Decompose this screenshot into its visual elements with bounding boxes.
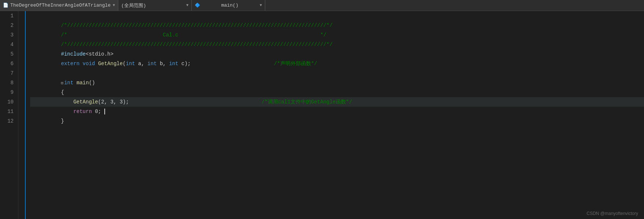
gutter-line-4 bbox=[18, 40, 25, 49]
gutter-line-1 bbox=[18, 11, 25, 21]
code-line-5: extern void GetAngle(int a, int b, int c… bbox=[30, 49, 644, 59]
line-num-8: 8 bbox=[3, 78, 14, 88]
scope-dropdown-arrow: ▼ bbox=[186, 3, 188, 7]
file-icon: 📄 bbox=[3, 3, 8, 8]
line-num-3: 3 bbox=[3, 30, 14, 40]
func-dropdown[interactable]: 🔷 main() ▼ bbox=[192, 0, 265, 11]
gutter-line-3 bbox=[18, 30, 25, 40]
code-line-12 bbox=[30, 116, 644, 126]
line-num-10: 10 bbox=[3, 97, 14, 107]
line-num-11: 11 bbox=[3, 107, 14, 116]
gutter-line-5 bbox=[18, 49, 25, 59]
toolbar: 📄 TheDegreeOfTheInnerAngleOfATriangle ▼ … bbox=[0, 0, 644, 11]
line-num-7: 7 bbox=[3, 68, 14, 78]
scope-dropdown[interactable]: (全局范围) ▼ bbox=[118, 0, 192, 11]
gutter-line-12 bbox=[18, 116, 25, 126]
line-num-2: 2 bbox=[3, 21, 14, 30]
line-num-9: 9 bbox=[3, 88, 14, 97]
code-line-1: /*//////////////////////////////////////… bbox=[30, 11, 644, 21]
code-line-9: GetAngle(2, 3, 3); /*调用cal1文件中的GetAngle函… bbox=[30, 88, 644, 97]
code-line-8: { bbox=[30, 78, 644, 88]
file-label: TheDegreeOfTheInnerAngleOfATriangle bbox=[10, 3, 111, 8]
line-num-6: 6 bbox=[3, 59, 14, 68]
editor-container: 1 2 3 4 5 6 7 8 9 10 11 12 /*///////////… bbox=[0, 11, 644, 219]
func-dropdown-arrow: ▼ bbox=[260, 3, 262, 7]
gutter-line-7[interactable] bbox=[18, 68, 25, 78]
line-num-1: 1 bbox=[3, 11, 14, 21]
line-num-12: 12 bbox=[3, 116, 14, 126]
file-dropdown-arrow: ▼ bbox=[113, 3, 115, 7]
gutter-line-6 bbox=[18, 59, 25, 68]
watermark: CSDN @manyoftenvictory bbox=[587, 211, 638, 216]
line-num-4: 4 bbox=[3, 40, 14, 49]
gutter-line-8 bbox=[18, 78, 25, 88]
func-icon: 🔷 bbox=[195, 3, 200, 8]
line-num-5: 5 bbox=[3, 49, 14, 59]
code-area[interactable]: /*//////////////////////////////////////… bbox=[26, 11, 644, 219]
gutter-line-11 bbox=[18, 107, 25, 116]
gutter bbox=[18, 11, 26, 219]
func-label: main() bbox=[221, 3, 238, 8]
code-line-11: } bbox=[30, 107, 644, 116]
scope-label: (全局范围) bbox=[121, 2, 146, 9]
gutter-line-2 bbox=[18, 21, 25, 30]
line-numbers: 1 2 3 4 5 6 7 8 9 10 11 12 bbox=[0, 11, 18, 219]
gutter-line-9 bbox=[18, 88, 25, 97]
code-line-7: ⊟int main() bbox=[30, 68, 644, 78]
file-dropdown[interactable]: 📄 TheDegreeOfTheInnerAngleOfATriangle ▼ bbox=[0, 0, 118, 11]
gutter-line-10 bbox=[18, 97, 25, 107]
